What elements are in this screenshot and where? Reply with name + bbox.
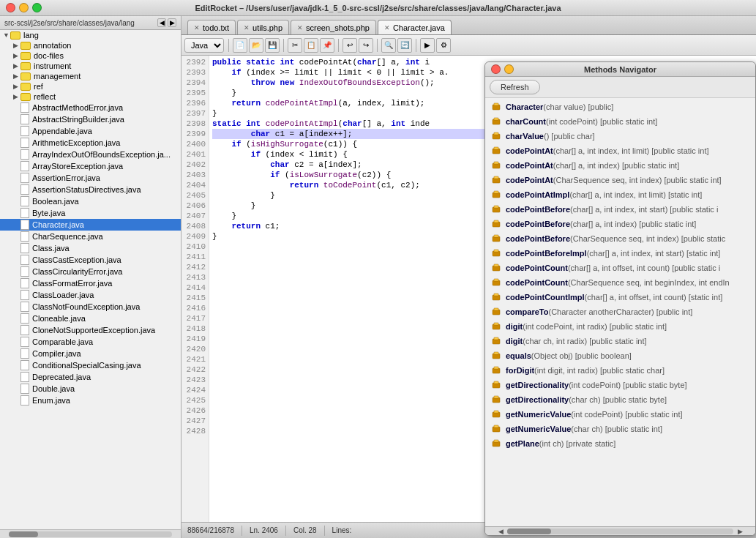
methods-scroll-left-icon[interactable]: ◀ bbox=[495, 526, 506, 537]
sidebar-item[interactable]: Enum.java bbox=[0, 395, 181, 406]
method-list-item[interactable]: charCount(int codePoint) [public static … bbox=[485, 114, 755, 129]
tab-close-icon[interactable]: ✕ bbox=[384, 24, 390, 31]
search-button[interactable]: 🔍 bbox=[381, 38, 396, 53]
new-file-button[interactable]: 📄 bbox=[233, 38, 247, 53]
sidebar-item[interactable]: ▶management bbox=[0, 71, 181, 81]
language-select[interactable]: Java bbox=[184, 38, 224, 53]
minimize-button[interactable] bbox=[19, 3, 29, 12]
sidebar-item[interactable]: Class.java bbox=[0, 242, 181, 254]
build-button[interactable]: ⚙ bbox=[436, 38, 451, 53]
sidebar-item[interactable]: ConditionalSpecialCasing.java bbox=[0, 359, 181, 371]
close-button[interactable] bbox=[6, 3, 15, 12]
replace-button[interactable]: 🔄 bbox=[397, 38, 412, 53]
method-list-item[interactable]: Character(char value) [public] bbox=[485, 100, 755, 114]
methods-close-button[interactable] bbox=[491, 64, 501, 74]
method-list-item[interactable]: digit(char ch, int radix) [public static… bbox=[485, 334, 755, 348]
sidebar-item[interactable]: AbstractStringBuilder.java bbox=[0, 113, 181, 125]
method-list-item[interactable]: codePointBeforeImpl(char[] a, int index,… bbox=[485, 246, 755, 261]
sidebar-item[interactable]: ClassLoader.java bbox=[0, 289, 181, 301]
run-button[interactable]: ▶ bbox=[420, 38, 435, 53]
method-list-item[interactable]: codePointBefore(char[] a, int index) [pu… bbox=[485, 217, 755, 231]
open-file-button[interactable]: 📂 bbox=[249, 38, 263, 53]
method-list-item[interactable]: codePointAt(char[] a, int index) [public… bbox=[485, 158, 755, 173]
file-icon bbox=[20, 278, 29, 288]
method-list-item[interactable]: codePointAt(char[] a, int index, int lim… bbox=[485, 143, 755, 158]
method-list-item[interactable]: codePointBefore(char[] a, int index, int… bbox=[485, 202, 755, 217]
paste-button[interactable]: 📌 bbox=[320, 38, 334, 53]
sidebar-scroll-right[interactable]: ▶ bbox=[168, 18, 176, 27]
methods-scroll-right-icon[interactable]: ▶ bbox=[735, 526, 745, 537]
sidebar-item[interactable]: Boolean.java bbox=[0, 195, 181, 207]
method-list-item[interactable]: getDirectionality(char ch) [public stati… bbox=[485, 392, 755, 407]
sidebar-item[interactable]: Character.java bbox=[0, 219, 181, 231]
sidebar-item[interactable]: AssertionStatusDirectives.java bbox=[0, 184, 181, 195]
method-list-item[interactable]: charValue() [public char] bbox=[485, 129, 755, 143]
sidebar-item[interactable]: ▼lang bbox=[0, 30, 181, 40]
methods-list[interactable]: Character(char value) [public] charCount… bbox=[485, 98, 755, 526]
method-list-item[interactable]: equals(Object obj) [public boolean] bbox=[485, 348, 755, 363]
methods-window-controls[interactable] bbox=[491, 64, 514, 74]
sidebar-item[interactable]: Byte.java bbox=[0, 207, 181, 219]
sidebar-item[interactable]: Appendable.java bbox=[0, 125, 181, 137]
tab-todo[interactable]: ✕todo.txt bbox=[187, 20, 236, 34]
tab-screenshots[interactable]: ✕screen_shots.php bbox=[291, 20, 376, 34]
method-list-item[interactable]: getDirectionality(int codePoint) [public… bbox=[485, 378, 755, 392]
tab-close-icon[interactable]: ✕ bbox=[194, 24, 200, 31]
sidebar-item[interactable]: ArrayStoreException.java bbox=[0, 160, 181, 172]
sidebar-item[interactable]: CharSequence.java bbox=[0, 231, 181, 242]
method-list-item[interactable]: codePointCountImpl(char[] a, int offset,… bbox=[485, 290, 755, 305]
sidebar-item[interactable]: Compiler.java bbox=[0, 348, 181, 359]
save-button[interactable]: 💾 bbox=[265, 38, 280, 53]
method-list-item[interactable]: codePointAtImpl(char[] a, int index, int… bbox=[485, 187, 755, 202]
undo-button[interactable]: ↩ bbox=[343, 38, 357, 53]
scrollbar-thumb[interactable] bbox=[9, 531, 38, 537]
sidebar-item[interactable]: ClassFormatError.java bbox=[0, 277, 181, 289]
window-controls[interactable] bbox=[6, 3, 42, 12]
sidebar-horizontal-scrollbar[interactable] bbox=[0, 529, 181, 538]
methods-scrollbar[interactable]: ◀ ▶ bbox=[485, 526, 755, 535]
sidebar-item[interactable]: ArithmeticException.java bbox=[0, 137, 181, 149]
methods-minimize-button[interactable] bbox=[504, 64, 514, 74]
sidebar-item[interactable]: AssertionError.java bbox=[0, 172, 181, 184]
method-list-item[interactable]: codePointCount(CharSequence seq, int beg… bbox=[485, 275, 755, 290]
method-list-item[interactable]: codePointCount(char[] a, int offset, int… bbox=[485, 261, 755, 275]
method-list-item[interactable]: codePointBefore(CharSequence seq, int in… bbox=[485, 231, 755, 246]
sidebar-item[interactable]: ClassCastException.java bbox=[0, 254, 181, 266]
sidebar-item[interactable]: Cloneable.java bbox=[0, 313, 181, 324]
sidebar-item[interactable]: ▶annotation bbox=[0, 40, 181, 51]
sidebar-item[interactable]: ClassNotFoundException.java bbox=[0, 301, 181, 313]
methods-scrollbar-track[interactable] bbox=[507, 528, 733, 534]
refresh-button[interactable]: Refresh bbox=[490, 80, 540, 94]
method-list-item[interactable]: getNumericValue(char ch) [public static … bbox=[485, 422, 755, 436]
sidebar-scroll-left[interactable]: ◀ bbox=[157, 18, 166, 27]
method-list-item[interactable]: codePointAt(CharSequence seq, int index)… bbox=[485, 173, 755, 187]
method-list-item[interactable]: digit(int codePoint, int radix) [public … bbox=[485, 319, 755, 334]
sidebar-item[interactable]: Deprecated.java bbox=[0, 371, 181, 383]
copy-button[interactable]: 📋 bbox=[304, 38, 318, 53]
sidebar-item[interactable]: Comparable.java bbox=[0, 336, 181, 348]
sidebar-item[interactable]: ▶ref bbox=[0, 81, 181, 91]
sidebar-item[interactable]: ArrayIndexOutOfBoundsException.ja... bbox=[0, 149, 181, 160]
tab-character[interactable]: ✕Character.java bbox=[378, 20, 452, 34]
sidebar-item[interactable]: ClassCircularityError.java bbox=[0, 266, 181, 277]
maximize-button[interactable] bbox=[32, 3, 42, 12]
cut-button[interactable]: ✂ bbox=[288, 38, 302, 53]
tab-close-icon[interactable]: ✕ bbox=[297, 24, 303, 31]
sidebar-item[interactable]: AbstractMethodError.java bbox=[0, 102, 181, 113]
method-list-item[interactable]: forDigit(int digit, int radix) [public s… bbox=[485, 363, 755, 378]
tab-close-icon[interactable]: ✕ bbox=[244, 24, 250, 31]
method-list-item[interactable]: getNumericValue(int codePoint) [public s… bbox=[485, 407, 755, 422]
sidebar-item[interactable]: ▶instrument bbox=[0, 61, 181, 71]
sidebar-item[interactable]: Double.java bbox=[0, 383, 181, 395]
sidebar-tree[interactable]: ▼lang▶annotation▶doc-files▶instrument▶ma… bbox=[0, 30, 181, 529]
scrollbar-track[interactable] bbox=[9, 531, 172, 537]
redo-button[interactable]: ↪ bbox=[359, 38, 373, 53]
sidebar-item[interactable]: CloneNotSupportedException.java bbox=[0, 324, 181, 336]
methods-scrollbar-thumb[interactable] bbox=[507, 528, 551, 534]
tab-utils[interactable]: ✕utils.php bbox=[237, 20, 289, 34]
sidebar-item[interactable]: ▶doc-files bbox=[0, 51, 181, 61]
sidebar-item[interactable]: ▶reflect bbox=[0, 91, 181, 102]
method-list-item[interactable]: getPlane(int ch) [private static] bbox=[485, 436, 755, 451]
method-list-item[interactable]: compareTo(Character anotherCharacter) [p… bbox=[485, 305, 755, 319]
line-number: 2423 bbox=[184, 375, 206, 385]
